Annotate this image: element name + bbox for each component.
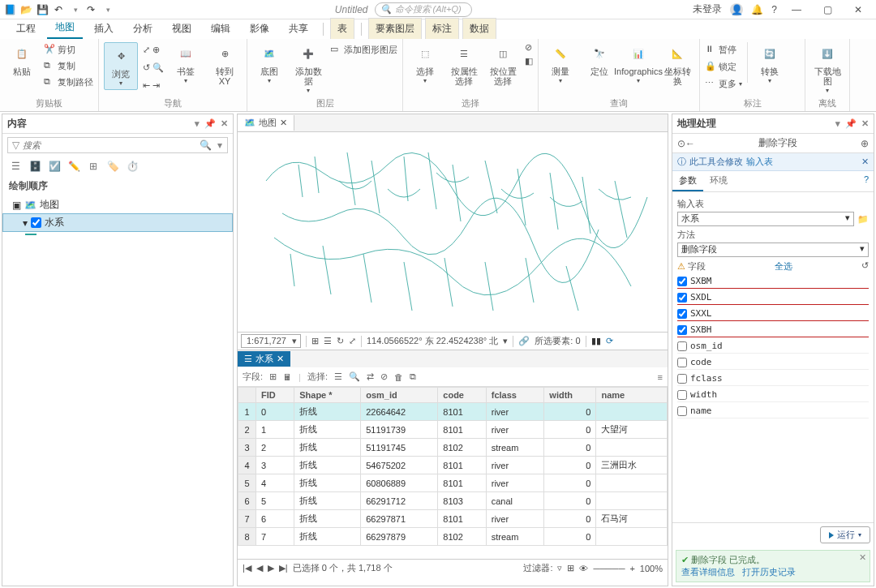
column-header[interactable]: width (544, 388, 596, 403)
map-tool-icon[interactable]: ⊞ (311, 336, 319, 346)
refresh-icon[interactable]: ⟳ (606, 336, 613, 346)
pause-draw-icon[interactable]: ▮▮ (591, 336, 601, 346)
copy-icon[interactable]: ⧉ (410, 371, 416, 382)
add-icon[interactable]: ⊕ (861, 138, 869, 149)
method-input[interactable]: 删除字段▾ (677, 242, 869, 257)
undo-icon[interactable]: ↶ (52, 3, 65, 16)
selection-tool2-icon[interactable]: ◧ (525, 56, 533, 67)
close-tab-icon[interactable]: ✕ (277, 354, 284, 364)
open-project-icon[interactable]: 📂 (19, 3, 32, 16)
copypath-button[interactable]: ⧉复制路径 (44, 75, 93, 89)
bookmarks-button[interactable]: 📖 书签▾ (169, 42, 203, 85)
pane-options-icon[interactable]: ▾ (195, 118, 200, 129)
user-icon[interactable]: 👤 (730, 3, 743, 16)
column-header[interactable]: name (596, 388, 668, 403)
contents-search-input[interactable] (23, 140, 198, 150)
tab-imagery[interactable]: 影像 (242, 19, 277, 39)
infographics-button[interactable]: 📊Infographics▾ (621, 42, 655, 85)
in-table-input[interactable]: 水系▾ (677, 212, 854, 226)
column-header[interactable]: code (438, 388, 486, 403)
filter3-icon[interactable]: 👁 (579, 564, 588, 573)
ctx-tab-table[interactable]: 表 (330, 18, 354, 39)
tab-insert[interactable]: 插入 (86, 19, 122, 39)
list-by-time-icon[interactable]: ⏱️ (126, 160, 139, 173)
selectbyattr-button[interactable]: ☰按属性选择 (447, 42, 481, 86)
table-row[interactable]: 54折线608068898101river0 (238, 474, 668, 492)
lock-button[interactable]: 🔒锁定 (705, 59, 742, 74)
list-by-source-icon[interactable]: 🗄️ (28, 160, 41, 173)
field-checkbox-row[interactable]: fclass (677, 371, 869, 386)
column-header[interactable]: FID (256, 388, 294, 403)
login-state[interactable]: 未登录 (693, 2, 722, 16)
tab-project[interactable]: 工程 (8, 19, 44, 39)
table-row[interactable]: 32折线511917458102stream0 (238, 439, 668, 457)
layer-visibility-checkbox[interactable] (31, 217, 41, 228)
zoom-to-icon[interactable]: 🔍 (349, 371, 360, 382)
field-checkbox[interactable] (677, 293, 687, 303)
select-button[interactable]: ⬚选择▾ (408, 42, 442, 85)
field-checkbox[interactable] (677, 341, 687, 351)
field-checkbox[interactable] (677, 390, 687, 400)
switch-selection-icon[interactable]: ⇄ (367, 371, 374, 382)
reset-icon[interactable]: ↺ (861, 260, 869, 273)
layer-symbol-swatch[interactable] (25, 234, 36, 235)
list-by-snapping-icon[interactable]: ⊞ (87, 160, 100, 173)
pane-pin-icon[interactable]: 📌 (845, 118, 857, 129)
explore-button[interactable]: ✥ 浏览▾ (104, 42, 138, 90)
map-tool-icon[interactable]: ⤢ (349, 336, 356, 346)
add-field-icon[interactable]: ⊞ (269, 371, 277, 382)
map-tool-icon[interactable]: ☰ (324, 336, 332, 346)
field-checkbox-row[interactable]: SXBH (677, 323, 869, 337)
tab-view[interactable]: 视图 (164, 19, 200, 39)
ctx-tab-labeling[interactable]: 标注 (425, 18, 459, 39)
notification-icon[interactable]: 🔔 (751, 4, 763, 15)
back-icon[interactable]: ⊙← (677, 138, 695, 149)
selection-tool-icon[interactable]: ⊘ (525, 42, 533, 53)
gp-tab-params[interactable]: 参数 (672, 171, 703, 191)
command-search[interactable]: 🔍 命令搜索 (Alt+Q) (375, 2, 472, 17)
filter-icon[interactable]: ▽ (8, 139, 23, 151)
list-by-selection-icon[interactable]: ☑️ (48, 160, 61, 173)
search-icon[interactable]: 🔍 (198, 139, 213, 151)
tab-share[interactable]: 共享 (281, 19, 316, 39)
filter2-icon[interactable]: ⊞ (567, 563, 574, 573)
close-button[interactable]: ✕ (847, 2, 870, 18)
toc-map-item[interactable]: ▣ 🗺️ 地图 (2, 196, 233, 213)
gp-tab-env[interactable]: 环境 (703, 171, 734, 191)
delete-icon[interactable]: 🗑 (394, 372, 403, 382)
more-button[interactable]: ⋯更多▾ (705, 76, 742, 91)
select-by-attr-icon[interactable]: ☰ (334, 371, 342, 382)
adddata-button[interactable]: ➕添加数据▾ (291, 42, 325, 95)
pane-close-icon[interactable]: ✕ (221, 118, 228, 129)
pane-close-icon[interactable]: ✕ (861, 118, 869, 129)
map-canvas[interactable] (238, 132, 668, 332)
field-checkbox-row[interactable]: SXXL (677, 307, 869, 321)
map-view-tab[interactable]: 🗺️ 地图 ✕ (238, 115, 294, 131)
measure-button[interactable]: 📏测量▾ (543, 42, 578, 85)
table-row[interactable]: 43折线546752028101river0三洲田水 (238, 457, 668, 474)
run-button[interactable]: 运行 ▾ (820, 526, 870, 543)
selectbyloc-button[interactable]: ◫按位置选择 (486, 42, 520, 86)
close-icon[interactable]: ✕ (859, 552, 866, 563)
field-checkbox[interactable] (677, 309, 687, 319)
gp-warn-link[interactable]: 输入表 (746, 156, 773, 168)
downloadmap-button[interactable]: ⬇️下载地图▾ (810, 42, 844, 95)
nav-tool-3[interactable]: ⇤⇥ (143, 78, 164, 92)
column-header[interactable]: osm_id (361, 388, 438, 403)
filter-icon[interactable]: ▿ (557, 563, 562, 573)
field-checkbox[interactable] (677, 358, 687, 367)
paste-button[interactable]: 📋 粘贴 (5, 42, 39, 76)
close-tab-icon[interactable]: ✕ (280, 118, 287, 128)
field-checkbox-row[interactable]: name (677, 404, 869, 418)
contents-search[interactable]: ▽ 🔍 ▾ (7, 137, 228, 153)
table-tab[interactable]: ☰ 水系 ✕ (238, 351, 290, 367)
browse-icon[interactable] (857, 214, 869, 225)
redo-dropdown-icon[interactable] (101, 3, 114, 16)
table-menu-icon[interactable]: ≡ (658, 372, 663, 382)
play-icon[interactable]: ▶ (268, 563, 274, 573)
convert-button[interactable]: 🔄转换▾ (753, 42, 787, 85)
map-tool-icon[interactable]: ↻ (337, 336, 344, 346)
collapse-icon[interactable]: ▾ (23, 217, 28, 229)
addgraphic-button[interactable]: ▭添加图形图层 (330, 42, 397, 57)
pane-options-icon[interactable]: ▾ (835, 118, 840, 129)
